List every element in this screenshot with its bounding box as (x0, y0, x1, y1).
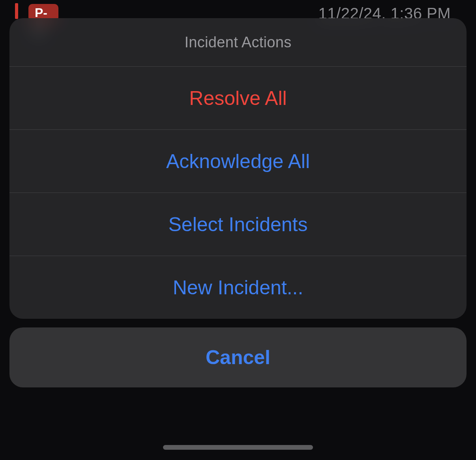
select-incidents-button[interactable]: Select Incidents (9, 193, 467, 256)
priority-stripe (15, 3, 18, 19)
action-sheet-title: Incident Actions (9, 18, 467, 66)
cancel-button[interactable]: Cancel (9, 327, 467, 387)
new-incident-button[interactable]: New Incident... (9, 256, 467, 319)
acknowledge-all-button[interactable]: Acknowledge All (9, 129, 467, 193)
home-indicator (163, 445, 313, 450)
action-sheet: Incident Actions Resolve All Acknowledge… (9, 18, 467, 319)
action-sheet-container: Incident Actions Resolve All Acknowledge… (9, 18, 467, 387)
resolve-all-button[interactable]: Resolve All (9, 66, 467, 129)
